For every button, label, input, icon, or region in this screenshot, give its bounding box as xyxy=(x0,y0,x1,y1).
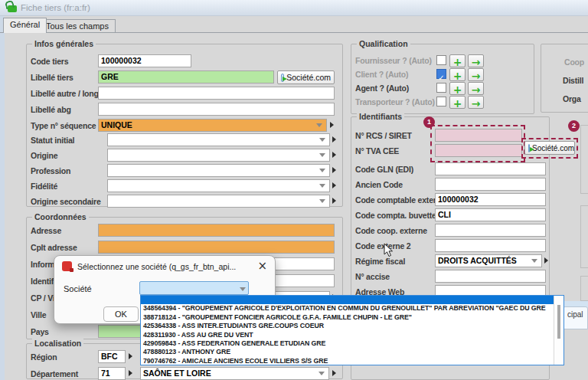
dropdown-option-selected-empty[interactable] xyxy=(141,296,564,304)
dropdown-option[interactable]: 478880123 - ANTHONY GRE xyxy=(141,348,564,356)
input-libelle-autre[interactable] xyxy=(98,87,335,100)
caret-right-icon[interactable] xyxy=(332,370,336,376)
goto-agent-button[interactable]: → xyxy=(468,82,484,95)
input-accise[interactable] xyxy=(435,270,546,283)
label-regime-fiscal: Régime fiscal xyxy=(355,257,405,267)
societe-dropdown-list: 348564394 - "GROUPEMENT AGRICOLE D'EXPLO… xyxy=(140,295,564,365)
tab-tous-les-champs[interactable]: Tous les champs xyxy=(39,19,116,33)
societe-com-icon xyxy=(528,144,530,152)
label-accise: N° accise xyxy=(355,272,390,282)
input-libelle-tiers[interactable]: GRE xyxy=(98,70,274,84)
combo-origine[interactable] xyxy=(107,149,330,162)
caret-right-icon[interactable] xyxy=(332,182,336,188)
caret-right-icon[interactable] xyxy=(129,370,132,376)
right-edge-panel xyxy=(580,276,588,301)
combo-departement-name[interactable]: SAÔNE ET LOIRE xyxy=(140,367,329,380)
label-code-compta-buvette: Code compta. buvette xyxy=(355,211,436,221)
combo-fidelite[interactable] xyxy=(107,179,330,192)
societe-com-button-2[interactable]: Société.com xyxy=(524,141,575,155)
input-departement[interactable]: 71 xyxy=(98,367,126,380)
input-code-compta-buvette[interactable]: CLI xyxy=(435,208,546,221)
input-code-externe-2[interactable] xyxy=(435,239,546,252)
goto-fournisseur-button[interactable]: → xyxy=(468,54,484,67)
scrollbar-thumb[interactable] xyxy=(557,305,560,339)
input-region[interactable]: BFC xyxy=(98,350,126,363)
label-origine-secondaire: Origine secondaire xyxy=(31,197,101,207)
caret-right-icon[interactable] xyxy=(544,257,548,264)
chevron-down-icon[interactable] xyxy=(319,138,325,142)
add-client-button[interactable]: + xyxy=(449,68,466,81)
right-edge-panel xyxy=(580,125,588,194)
label-fournisseur: Fournisseur ? (Auto) xyxy=(355,56,432,66)
label-ancien-code: Ancien Code xyxy=(355,180,403,190)
chevron-down-icon[interactable] xyxy=(316,123,322,127)
input-code-comptable-externe[interactable]: 100000032 xyxy=(435,193,546,206)
label-statut-initial: Statut initial xyxy=(31,136,74,146)
window-title: Fiche tiers (fr:a:fr) xyxy=(21,3,90,12)
chevron-down-icon[interactable] xyxy=(319,184,325,188)
dropdown-option[interactable]: 425364338 - ASS INTER.ETUDIANTS GRE.COUP… xyxy=(141,322,564,330)
checkbox-fournisseur[interactable]: ✓ xyxy=(436,55,446,65)
dropdown-scrollbar[interactable] xyxy=(554,296,564,365)
chevron-down-icon[interactable] xyxy=(240,287,246,291)
group-qualification-title: Qualification xyxy=(357,39,410,48)
label-rcs-siret: N° RCS / SIRET xyxy=(355,131,412,141)
label-code-tiers: Code tiers xyxy=(31,57,68,67)
input-code-tiers[interactable]: 100000032 xyxy=(98,54,191,67)
dialog-title: Sélectionnez une société (q_gs_fr_btn_ap… xyxy=(77,261,249,272)
societe-com-button[interactable]: Société.com xyxy=(277,70,335,84)
add-transporteur-button[interactable]: + xyxy=(449,96,466,109)
dropdown-option[interactable]: 428311930 - ASS AU GRE DU VENT xyxy=(141,331,564,339)
window-left-edge xyxy=(0,16,5,380)
combo-profession[interactable] xyxy=(107,164,330,177)
caret-right-icon[interactable] xyxy=(129,353,132,359)
caret-right-icon[interactable] xyxy=(332,152,336,158)
add-fournisseur-button[interactable]: + xyxy=(449,54,466,67)
checkbox-agent[interactable]: ✓ xyxy=(436,83,446,93)
right-edge-panel xyxy=(580,205,588,268)
checkbox-client[interactable]: ✓ xyxy=(436,69,446,79)
input-libelle-abg[interactable] xyxy=(98,103,335,116)
dropdown-option[interactable]: 429059843 - ASS FEDERATION GENERALE ETUD… xyxy=(141,339,564,348)
input-ancien-code[interactable] xyxy=(435,178,546,191)
label-cplt-adresse: Cplt adresse xyxy=(31,243,77,253)
label-transporteur: Transporteur ? (Auto) xyxy=(355,97,435,107)
close-icon[interactable]: × xyxy=(257,259,267,273)
chevron-down-icon[interactable] xyxy=(318,372,325,375)
tab-principal-partial[interactable]: cipal xyxy=(563,306,588,329)
label-distill-partial: Distill xyxy=(563,76,583,86)
input-cplt-adresse[interactable] xyxy=(98,241,335,254)
chevron-down-icon[interactable] xyxy=(319,169,325,172)
label-type-sequence: Type n° séquence xyxy=(31,121,96,131)
label-client: Client ? (Auto) xyxy=(355,70,408,80)
goto-client-button[interactable]: → xyxy=(468,68,484,81)
combo-origine-secondaire[interactable] xyxy=(107,195,330,208)
caret-right-icon[interactable] xyxy=(332,167,336,173)
label-region: Région xyxy=(31,352,57,362)
chevron-down-icon[interactable] xyxy=(319,153,325,157)
input-code-coop-externe[interactable] xyxy=(435,224,546,237)
dropdown-option[interactable]: 790746762 - AMICALE ANCIENS ECOLE VILLIE… xyxy=(141,357,564,365)
label-profession: Profession xyxy=(31,166,70,176)
input-adresse[interactable] xyxy=(98,224,335,237)
checkbox-transporteur[interactable]: ✓ xyxy=(436,97,446,106)
label-code-coop-externe: Code coop. externe xyxy=(355,226,427,236)
combo-type-sequence[interactable]: UNIQUE xyxy=(98,119,327,132)
caret-right-icon[interactable] xyxy=(330,122,334,128)
chevron-down-icon[interactable] xyxy=(319,199,325,203)
goto-transporteur-button[interactable]: → xyxy=(468,96,484,109)
combo-regime-fiscal[interactable]: DROITS ACQUITTÉS xyxy=(435,254,542,267)
label-adresse: Adresse xyxy=(31,226,61,236)
dropdown-option[interactable]: 388718124 - "GROUPEMENT FONCIER AGRICOLE… xyxy=(141,313,564,322)
chevron-down-icon[interactable] xyxy=(531,259,537,263)
caret-right-icon[interactable] xyxy=(332,136,336,142)
add-agent-button[interactable]: + xyxy=(449,82,466,95)
combo-statut-initial[interactable] xyxy=(107,133,330,146)
input-gln[interactable] xyxy=(435,162,546,175)
dialog-societe-combobox[interactable] xyxy=(139,281,249,295)
ok-button[interactable]: OK xyxy=(103,306,139,322)
dialog-app-icon xyxy=(62,261,72,271)
caret-right-icon[interactable] xyxy=(332,198,336,204)
dropdown-option[interactable]: 348564394 - "GROUPEMENT AGRICOLE D'EXPLO… xyxy=(141,304,564,313)
tab-general[interactable]: Général xyxy=(3,18,47,33)
